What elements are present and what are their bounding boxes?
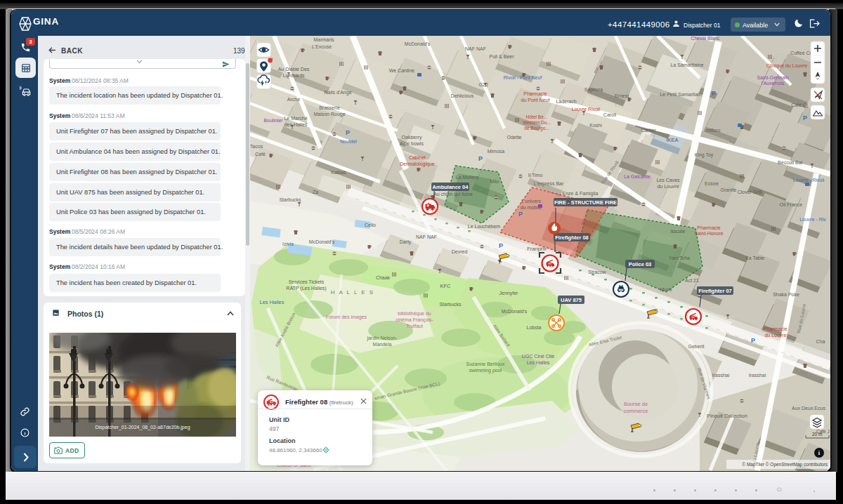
svg-text:Oakberry: Oakberry: [402, 135, 422, 140]
svg-text:Darty: Darty: [400, 239, 412, 245]
svg-text:swimming pool: swimming pool: [469, 368, 502, 373]
svg-text:Pharmacie: Pharmacie: [764, 326, 788, 331]
svg-text:Brasserie: Brasserie: [319, 105, 340, 110]
svg-text:La Table: La Table: [746, 256, 764, 260]
svg-text:Mumi: Mumi: [660, 287, 672, 292]
svg-text:du Louvre: du Louvre: [657, 184, 679, 189]
svg-text:Devred: Devred: [452, 249, 468, 254]
svg-text:P: P: [803, 114, 807, 121]
svg-text:P: P: [751, 337, 755, 344]
svg-text:Geberit: Geberit: [688, 344, 705, 349]
svg-text:La Galcante: La Galcante: [624, 174, 651, 179]
svg-text:bibliothèque du: bibliothèque du: [398, 311, 431, 317]
svg-text:Les Halles: Les Halles: [259, 299, 284, 305]
svg-text:Koshi: Koshi: [589, 123, 602, 128]
svg-text:Shaka Poke: Shaka Poke: [773, 292, 799, 297]
svg-text:des Halles: des Halles: [285, 122, 308, 127]
svg-text:du Pont Neuf: du Pont Neuf: [521, 98, 550, 102]
svg-text:Act 21: Act 21: [685, 278, 699, 283]
svg-text:Za: Za: [313, 190, 318, 194]
svg-text:Saint-Germain: Saint-Germain: [757, 75, 788, 80]
svg-text:Izivia: Izivia: [282, 241, 294, 246]
svg-text:Pinault Collection: Pinault Collection: [707, 413, 747, 419]
svg-text:Cello: Cello: [365, 223, 376, 227]
svg-text:Au chien qui fume: Au chien qui fume: [433, 192, 473, 197]
svg-text:Beccuti Bar: Beccuti Bar: [778, 160, 803, 165]
svg-text:Clover Grill: Clover Grill: [738, 190, 762, 194]
svg-text:Jennyfer: Jennyfer: [499, 291, 519, 296]
svg-text:Le Petit Samaritain: Le Petit Samaritain: [660, 92, 701, 97]
svg-text:Les Caves: Les Caves: [656, 178, 680, 183]
svg-text:Nails d'Ange: Nails d'Ange: [324, 90, 351, 95]
svg-text:Hôtel Bé...: Hôtel Bé...: [526, 114, 548, 119]
svg-text:jardin Nelson-: jardin Nelson-: [366, 336, 398, 341]
svg-text:Pharmacie: Pharmacie: [523, 91, 547, 96]
svg-text:La Samaritaine: La Samaritaine: [670, 62, 703, 67]
svg-text:Dispatcher_01-2024_08_02-a87de: Dispatcher_01-2024_08_02-a87de20b.jpeg: [95, 425, 190, 430]
svg-text:Eclore: Eclore: [705, 181, 719, 186]
svg-text:20 m: 20 m: [812, 432, 822, 437]
svg-text:KFC: KFC: [440, 283, 452, 289]
svg-text:Café: Café: [255, 152, 266, 157]
svg-text:Services Tickets: Services Tickets: [289, 279, 325, 284]
svg-text:Cha: Cha: [816, 339, 825, 344]
svg-text:l'Auxerrois: l'Auxerrois: [762, 81, 785, 86]
svg-text:Starbucks: Starbucks: [439, 302, 462, 307]
svg-text:Truffaut: Truffaut: [406, 324, 423, 329]
svg-text:Milo: Milo: [490, 179, 499, 184]
svg-text:Le Louchébem: Le Louchébem: [468, 224, 500, 229]
svg-text:Arche: Arche: [287, 97, 300, 102]
svg-text:milboo: milboo: [706, 128, 721, 133]
svg-text:Louvre Rivoli: Louvre Rivoli: [572, 107, 601, 112]
svg-text:de Bourgo...: de Bourgo...: [524, 126, 549, 131]
svg-text:Cheval Blanc: Cheval Blanc: [691, 36, 720, 41]
svg-text:Il Timo: Il Timo: [528, 173, 543, 178]
svg-text:Police 03: Police 03: [629, 261, 652, 267]
svg-text:Au Diable Des: Au Diable Des: [278, 67, 310, 72]
svg-text:Caroll: Caroll: [603, 112, 617, 117]
svg-text:NAF NAF: NAF NAF: [416, 234, 437, 239]
svg-text:Stracow: Stracow: [588, 270, 606, 274]
svg-text:Oil France: Oil France: [780, 202, 802, 207]
svg-text:Pharmacie: Pharmacie: [697, 225, 721, 230]
svg-text:Kalbas: Kalbas: [331, 170, 346, 175]
svg-text:Louvre - Riv: Louvre - Riv: [799, 217, 826, 222]
svg-text:Cabinet: Cabinet: [409, 155, 426, 160]
svg-text:Clinique du Louvre: Clinique du Louvre: [766, 63, 807, 69]
svg-text:La Mollère: La Mollère: [456, 175, 479, 180]
svg-text:Itacate: Itacate: [670, 229, 685, 234]
svg-text:Enze & Famiglia: Enze & Famiglia: [563, 191, 599, 197]
svg-text:Mandela: Mandela: [373, 342, 392, 347]
svg-text:Läderach: Läderach: [556, 99, 576, 104]
svg-text:P: P: [518, 211, 523, 218]
svg-text:Irasshai: Irasshai: [712, 373, 730, 378]
svg-text:Mimosa: Mimosa: [488, 149, 505, 154]
svg-text:© MapTiler © OpenStreetMap con: © MapTiler © OpenStreetMap contributors: [742, 462, 828, 467]
svg-text:du Louvre: du Louvre: [764, 333, 786, 338]
svg-text:NAF NAF: NAF NAF: [465, 46, 486, 51]
svg-text:Starbucks: Starbucks: [279, 197, 301, 202]
svg-text:Western Du...: Western Du...: [523, 120, 551, 125]
svg-text:Chaak: Chaak: [376, 275, 391, 280]
svg-text:Saint-Honoré: Saint-Honoré: [694, 231, 723, 236]
svg-text:P: P: [346, 129, 350, 136]
svg-text:King Toy: King Toy: [695, 152, 714, 158]
svg-text:Tacos: Tacos: [250, 144, 263, 149]
svg-text:Pull & Beer: Pull & Beer: [489, 54, 514, 59]
svg-text:IKEA: IKEA: [666, 137, 678, 143]
svg-text:Irasshai: Irasshai: [749, 373, 766, 378]
svg-text:Dermatologique: Dermatologique: [400, 161, 435, 167]
svg-text:L'univers: L'univers: [521, 199, 541, 204]
svg-text:RATP (Les Halles): RATP (Les Halles): [286, 286, 326, 291]
svg-text:Louvre - Rivoli: Louvre - Rivoli: [793, 178, 825, 183]
svg-text:Sephora: Sephora: [584, 87, 603, 93]
svg-text:Marmaris: Marmaris: [313, 37, 334, 42]
svg-text:Novotel: Novotel: [340, 139, 357, 144]
svg-text:Maison Rouge: Maison Rouge: [313, 112, 345, 117]
svg-text:Suzanne Berlioux: Suzanne Berlioux: [466, 362, 505, 366]
svg-text:McDonald's: McDonald's: [502, 309, 528, 314]
svg-text:UAV 875: UAV 875: [561, 297, 582, 303]
svg-text:P: P: [499, 242, 503, 249]
svg-text:Dehlicious: Dehlicious: [451, 93, 474, 98]
svg-text:cinéma François-: cinéma François-: [396, 317, 433, 323]
